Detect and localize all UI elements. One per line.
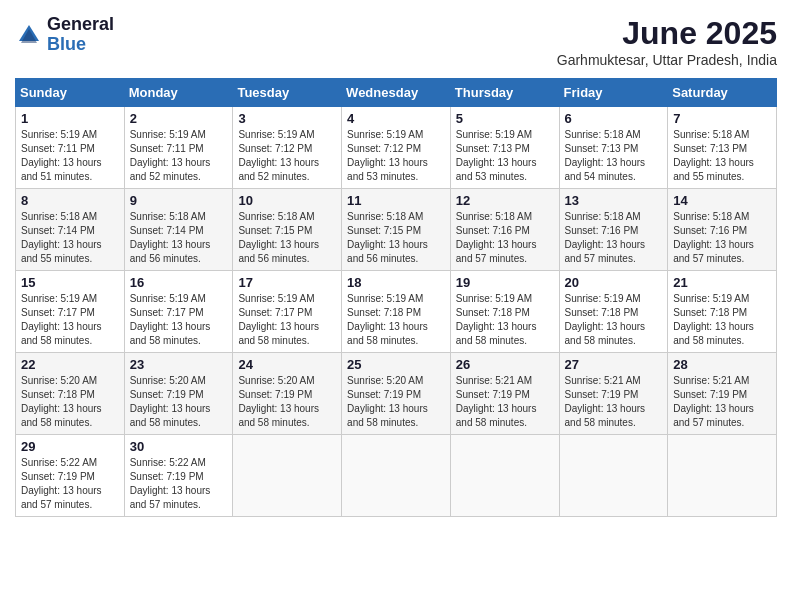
calendar-cell: 2 Sunrise: 5:19 AMSunset: 7:11 PMDayligh… — [124, 107, 233, 189]
day-number: 1 — [21, 111, 119, 126]
day-info: Sunrise: 5:18 AMSunset: 7:13 PMDaylight:… — [565, 129, 646, 182]
day-info: Sunrise: 5:19 AMSunset: 7:18 PMDaylight:… — [347, 293, 428, 346]
day-number: 23 — [130, 357, 228, 372]
day-info: Sunrise: 5:18 AMSunset: 7:16 PMDaylight:… — [565, 211, 646, 264]
title-area: June 2025 Garhmuktesar, Uttar Pradesh, I… — [557, 15, 777, 68]
calendar-cell: 11 Sunrise: 5:18 AMSunset: 7:15 PMDaylig… — [342, 189, 451, 271]
day-number: 5 — [456, 111, 554, 126]
day-info: Sunrise: 5:18 AMSunset: 7:14 PMDaylight:… — [130, 211, 211, 264]
day-info: Sunrise: 5:20 AMSunset: 7:19 PMDaylight:… — [238, 375, 319, 428]
day-info: Sunrise: 5:19 AMSunset: 7:17 PMDaylight:… — [130, 293, 211, 346]
calendar-cell: 21 Sunrise: 5:19 AMSunset: 7:18 PMDaylig… — [668, 271, 777, 353]
day-number: 15 — [21, 275, 119, 290]
day-number: 16 — [130, 275, 228, 290]
calendar-cell: 14 Sunrise: 5:18 AMSunset: 7:16 PMDaylig… — [668, 189, 777, 271]
calendar-cell: 10 Sunrise: 5:18 AMSunset: 7:15 PMDaylig… — [233, 189, 342, 271]
calendar-cell: 25 Sunrise: 5:20 AMSunset: 7:19 PMDaylig… — [342, 353, 451, 435]
calendar-cell: 19 Sunrise: 5:19 AMSunset: 7:18 PMDaylig… — [450, 271, 559, 353]
calendar-cell: 13 Sunrise: 5:18 AMSunset: 7:16 PMDaylig… — [559, 189, 668, 271]
day-info: Sunrise: 5:19 AMSunset: 7:12 PMDaylight:… — [238, 129, 319, 182]
day-info: Sunrise: 5:20 AMSunset: 7:18 PMDaylight:… — [21, 375, 102, 428]
day-number: 4 — [347, 111, 445, 126]
day-info: Sunrise: 5:18 AMSunset: 7:13 PMDaylight:… — [673, 129, 754, 182]
day-info: Sunrise: 5:22 AMSunset: 7:19 PMDaylight:… — [21, 457, 102, 510]
calendar-cell: 6 Sunrise: 5:18 AMSunset: 7:13 PMDayligh… — [559, 107, 668, 189]
day-number: 29 — [21, 439, 119, 454]
day-number: 14 — [673, 193, 771, 208]
calendar-cell: 1 Sunrise: 5:19 AMSunset: 7:11 PMDayligh… — [16, 107, 125, 189]
day-number: 3 — [238, 111, 336, 126]
day-number: 25 — [347, 357, 445, 372]
day-number: 20 — [565, 275, 663, 290]
day-number: 17 — [238, 275, 336, 290]
calendar-cell — [233, 435, 342, 517]
day-number: 30 — [130, 439, 228, 454]
day-info: Sunrise: 5:19 AMSunset: 7:18 PMDaylight:… — [565, 293, 646, 346]
col-wednesday: Wednesday — [342, 79, 451, 107]
day-info: Sunrise: 5:21 AMSunset: 7:19 PMDaylight:… — [673, 375, 754, 428]
day-number: 13 — [565, 193, 663, 208]
calendar-cell — [342, 435, 451, 517]
calendar-cell: 30 Sunrise: 5:22 AMSunset: 7:19 PMDaylig… — [124, 435, 233, 517]
calendar-cell: 29 Sunrise: 5:22 AMSunset: 7:19 PMDaylig… — [16, 435, 125, 517]
calendar-cell: 23 Sunrise: 5:20 AMSunset: 7:19 PMDaylig… — [124, 353, 233, 435]
logo-icon — [15, 21, 43, 49]
calendar-cell: 26 Sunrise: 5:21 AMSunset: 7:19 PMDaylig… — [450, 353, 559, 435]
calendar-cell: 9 Sunrise: 5:18 AMSunset: 7:14 PMDayligh… — [124, 189, 233, 271]
logo: General Blue — [15, 15, 114, 55]
week-row-5: 29 Sunrise: 5:22 AMSunset: 7:19 PMDaylig… — [16, 435, 777, 517]
calendar-cell: 18 Sunrise: 5:19 AMSunset: 7:18 PMDaylig… — [342, 271, 451, 353]
day-number: 6 — [565, 111, 663, 126]
day-number: 18 — [347, 275, 445, 290]
day-info: Sunrise: 5:19 AMSunset: 7:11 PMDaylight:… — [130, 129, 211, 182]
col-thursday: Thursday — [450, 79, 559, 107]
day-number: 21 — [673, 275, 771, 290]
day-info: Sunrise: 5:18 AMSunset: 7:16 PMDaylight:… — [456, 211, 537, 264]
calendar-cell: 28 Sunrise: 5:21 AMSunset: 7:19 PMDaylig… — [668, 353, 777, 435]
week-row-4: 22 Sunrise: 5:20 AMSunset: 7:18 PMDaylig… — [16, 353, 777, 435]
day-number: 10 — [238, 193, 336, 208]
calendar-cell — [450, 435, 559, 517]
day-number: 24 — [238, 357, 336, 372]
day-number: 28 — [673, 357, 771, 372]
calendar-cell: 7 Sunrise: 5:18 AMSunset: 7:13 PMDayligh… — [668, 107, 777, 189]
calendar-table: Sunday Monday Tuesday Wednesday Thursday… — [15, 78, 777, 517]
day-info: Sunrise: 5:21 AMSunset: 7:19 PMDaylight:… — [565, 375, 646, 428]
day-info: Sunrise: 5:22 AMSunset: 7:19 PMDaylight:… — [130, 457, 211, 510]
week-row-3: 15 Sunrise: 5:19 AMSunset: 7:17 PMDaylig… — [16, 271, 777, 353]
calendar-cell: 15 Sunrise: 5:19 AMSunset: 7:17 PMDaylig… — [16, 271, 125, 353]
day-number: 2 — [130, 111, 228, 126]
month-year: June 2025 — [557, 15, 777, 52]
day-info: Sunrise: 5:19 AMSunset: 7:17 PMDaylight:… — [21, 293, 102, 346]
calendar-cell: 4 Sunrise: 5:19 AMSunset: 7:12 PMDayligh… — [342, 107, 451, 189]
day-number: 7 — [673, 111, 771, 126]
calendar-cell: 8 Sunrise: 5:18 AMSunset: 7:14 PMDayligh… — [16, 189, 125, 271]
calendar-cell: 27 Sunrise: 5:21 AMSunset: 7:19 PMDaylig… — [559, 353, 668, 435]
calendar-cell: 3 Sunrise: 5:19 AMSunset: 7:12 PMDayligh… — [233, 107, 342, 189]
calendar-cell: 16 Sunrise: 5:19 AMSunset: 7:17 PMDaylig… — [124, 271, 233, 353]
calendar-cell — [559, 435, 668, 517]
col-monday: Monday — [124, 79, 233, 107]
header: General Blue June 2025 Garhmuktesar, Utt… — [15, 15, 777, 68]
calendar-cell: 24 Sunrise: 5:20 AMSunset: 7:19 PMDaylig… — [233, 353, 342, 435]
day-info: Sunrise: 5:19 AMSunset: 7:12 PMDaylight:… — [347, 129, 428, 182]
calendar-cell — [668, 435, 777, 517]
calendar-cell: 17 Sunrise: 5:19 AMSunset: 7:17 PMDaylig… — [233, 271, 342, 353]
col-tuesday: Tuesday — [233, 79, 342, 107]
header-row: Sunday Monday Tuesday Wednesday Thursday… — [16, 79, 777, 107]
day-info: Sunrise: 5:19 AMSunset: 7:18 PMDaylight:… — [456, 293, 537, 346]
day-info: Sunrise: 5:18 AMSunset: 7:15 PMDaylight:… — [347, 211, 428, 264]
calendar-cell: 5 Sunrise: 5:19 AMSunset: 7:13 PMDayligh… — [450, 107, 559, 189]
week-row-2: 8 Sunrise: 5:18 AMSunset: 7:14 PMDayligh… — [16, 189, 777, 271]
day-number: 12 — [456, 193, 554, 208]
day-info: Sunrise: 5:18 AMSunset: 7:14 PMDaylight:… — [21, 211, 102, 264]
day-number: 26 — [456, 357, 554, 372]
day-info: Sunrise: 5:20 AMSunset: 7:19 PMDaylight:… — [347, 375, 428, 428]
day-info: Sunrise: 5:19 AMSunset: 7:13 PMDaylight:… — [456, 129, 537, 182]
day-number: 11 — [347, 193, 445, 208]
day-info: Sunrise: 5:18 AMSunset: 7:15 PMDaylight:… — [238, 211, 319, 264]
day-number: 8 — [21, 193, 119, 208]
calendar-cell: 22 Sunrise: 5:20 AMSunset: 7:18 PMDaylig… — [16, 353, 125, 435]
day-info: Sunrise: 5:20 AMSunset: 7:19 PMDaylight:… — [130, 375, 211, 428]
day-info: Sunrise: 5:19 AMSunset: 7:11 PMDaylight:… — [21, 129, 102, 182]
